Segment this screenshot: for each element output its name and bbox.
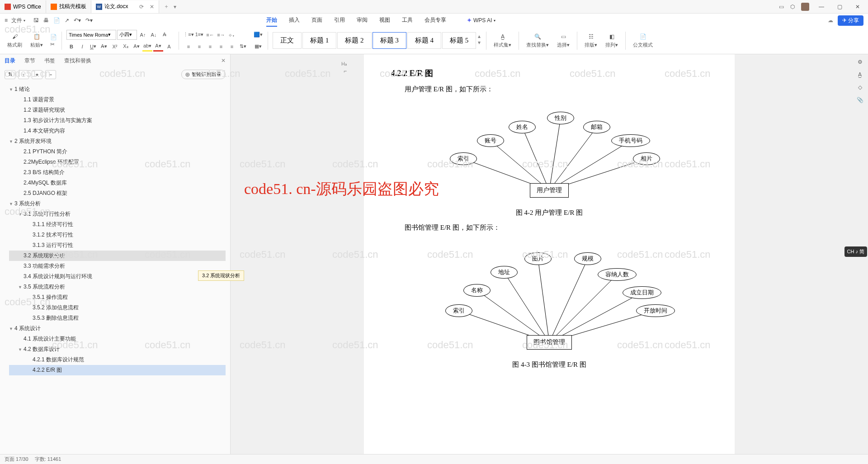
distribute-button[interactable]: ≡ [227, 42, 237, 52]
toc-item[interactable]: ▼3.5 系统流程分析 [9, 282, 226, 292]
toc-item[interactable]: 3.5.1 操作流程 [9, 292, 226, 303]
toc-item[interactable]: 3.2 系统现状分析 [9, 251, 226, 261]
tab-reference[interactable]: 引用 [334, 14, 345, 27]
app-tab-template[interactable]: 找稿壳模板 [46, 0, 91, 13]
print-preview-icon[interactable]: 📄 [53, 17, 60, 24]
font-name-select[interactable]: Times New Roma▾ [66, 30, 116, 40]
highlight-button[interactable]: ab▾ [142, 42, 152, 52]
toc-item[interactable]: 3.4 系统设计规则与运行环境 [9, 271, 226, 282]
collapse-toggle-button[interactable]: ⇅ [5, 70, 15, 79]
tab-tools[interactable]: 工具 [402, 14, 413, 27]
bold-button[interactable]: B [66, 42, 76, 52]
tab-page[interactable]: 页面 [311, 14, 322, 27]
subscript-button[interactable]: X₂ [121, 42, 131, 52]
toc-item[interactable]: 4.2.2 E/R 图 [9, 365, 226, 375]
toc-item[interactable]: ▼1 绪论 [9, 84, 226, 95]
document-area[interactable]: H₃ ⌐ 4.2.2 E/R 图 用户管理 E/R 图，如下所示： 索引 账号 … [231, 54, 868, 455]
paste-group[interactable]: 📋 粘贴▾ [28, 33, 46, 48]
toc-item[interactable]: 1.1 课题背景 [9, 95, 226, 105]
save-icon[interactable]: 🖫 [33, 17, 39, 24]
promote-button[interactable]: ↑ [18, 70, 29, 79]
font-color-button[interactable]: A▾ [153, 42, 163, 52]
avatar-icon[interactable] [801, 3, 809, 11]
style-h4[interactable]: 标题 4 [407, 32, 441, 49]
toc-item[interactable]: 4.1 系统设计主要功能 [9, 334, 226, 344]
tab-dropdown-icon[interactable]: ▾ [174, 4, 176, 10]
ruler-tab-icon[interactable]: ⌐ [344, 68, 347, 74]
status-page[interactable]: 页面 17/30 [5, 456, 28, 463]
toc-item[interactable]: ▼4.2 数据库设计 [9, 344, 226, 355]
side-tab-find[interactable]: 查找和替换 [64, 57, 91, 65]
toc-item[interactable]: ▼3.1 系统可行性分析 [9, 209, 226, 219]
increase-font-icon[interactable]: A↑ [138, 30, 148, 40]
styleset-button[interactable]: A̲样式集▾ [491, 33, 514, 48]
add-tab-button[interactable]: ＋ [159, 3, 174, 10]
style-body[interactable]: 正文 [273, 32, 302, 49]
text-effect-button[interactable]: A▾ [132, 42, 142, 52]
toc-item[interactable]: 3.5.2 添加信息流程 [9, 303, 226, 313]
close-icon[interactable]: ✕ [150, 4, 154, 10]
tab-insert[interactable]: 插入 [289, 14, 300, 27]
print-icon[interactable]: 🖶 [43, 17, 49, 24]
rail-clip-icon[interactable]: 📎 [857, 97, 863, 103]
clear-format-icon[interactable]: A̶ [160, 30, 170, 40]
minimize-button[interactable]: — [816, 4, 827, 10]
export-icon[interactable]: ↗ [65, 17, 69, 24]
align-left-button[interactable]: ≡ [184, 42, 193, 52]
bullet-list-button[interactable]: ⋮≡▾ [184, 30, 193, 40]
tab-view[interactable]: 视图 [379, 14, 390, 27]
ime-badge[interactable]: CH ♪ 简 [844, 246, 868, 257]
toc-item[interactable]: 1.2 课题研究现状 [9, 105, 226, 115]
style-h2[interactable]: 标题 2 [337, 32, 371, 49]
style-h1[interactable]: 标题 1 [302, 32, 336, 49]
status-words[interactable]: 字数: 11461 [35, 456, 61, 463]
add-button[interactable]: + [32, 70, 42, 79]
border-button[interactable]: ▦▾ [253, 42, 263, 52]
close-button[interactable]: ✕ [852, 4, 863, 10]
sort-button[interactable]: ⟐▾ [227, 30, 237, 40]
find-replace-button[interactable]: 🔍查找替换▾ [524, 33, 552, 48]
align-right-button[interactable]: ≡ [205, 42, 215, 52]
rail-style-icon[interactable]: A̲ [858, 71, 862, 78]
cube-icon[interactable]: ⬡ [790, 4, 795, 10]
line-spacing-button[interactable]: ⇅▾ [238, 42, 248, 52]
redo-icon[interactable]: ↷▾ [85, 17, 93, 24]
align-center-button[interactable]: ≡ [194, 42, 204, 52]
toc-item[interactable]: 2.2MyEclipse 环境配置 [9, 157, 226, 167]
wps-ai-button[interactable]: ✦ WPS AI▾ [467, 14, 495, 27]
number-list-button[interactable]: 1≡▾ [194, 30, 204, 40]
increase-indent-button[interactable]: ≡→ [216, 30, 226, 40]
shading-button[interactable]: 🟦▾ [253, 30, 263, 40]
layout-v-button[interactable]: ☷排版▾ [582, 33, 600, 48]
tab-reload-icon[interactable]: ⟳ [139, 4, 144, 10]
window-compact-icon[interactable]: ▭ [779, 4, 784, 10]
underline-button[interactable]: U▾ [88, 42, 98, 52]
toc-item[interactable]: 3.5.3 删除信息流程 [9, 313, 226, 323]
toc-item[interactable]: 2.1 PYTHON 简介 [9, 147, 226, 157]
sidebar-close-icon[interactable]: ✕ [221, 57, 226, 64]
tab-member[interactable]: 会员专享 [425, 14, 446, 27]
toc-item[interactable]: 3.1.2 技术可行性 [9, 230, 226, 240]
rail-settings-icon[interactable]: ⚙ [858, 59, 863, 65]
smart-toc-button[interactable]: ◎智能识别目录 [181, 70, 226, 79]
share-button[interactable]: ✈ 分享 [838, 15, 863, 26]
superscript-button[interactable]: X² [110, 42, 120, 52]
cut-icon[interactable]: ✂ [50, 41, 57, 47]
select-button[interactable]: ▭选择▾ [554, 33, 572, 48]
toc-item[interactable]: 4.2.1 数据库设计规范 [9, 355, 226, 365]
font-size-select[interactable]: 小四▾ [117, 30, 137, 40]
cloud-icon[interactable]: ☁ [828, 17, 833, 24]
side-tab-bookmark[interactable]: 书签 [44, 57, 55, 65]
toc-item[interactable]: ▼4 系统设计 [9, 323, 226, 334]
maximize-button[interactable]: ▢ [834, 4, 845, 10]
rail-shape-icon[interactable]: ◇ [858, 84, 862, 90]
toc-item[interactable]: ▼3 系统分析 [9, 199, 226, 209]
side-tab-toc[interactable]: 目录 [5, 57, 15, 65]
copy-icon[interactable]: 📄 [50, 34, 57, 40]
format-painter-group[interactable]: 🖌 格式刷 [5, 33, 25, 48]
strike-button[interactable]: A̶▾ [99, 42, 109, 52]
toc-item[interactable]: ▼2 系统开发环境 [9, 136, 226, 147]
decrease-font-icon[interactable]: A↓ [149, 30, 159, 40]
app-tab-document[interactable]: W 论文.docx ⟳ ✕ [91, 0, 160, 13]
style-up-icon[interactable]: ▴ [478, 33, 481, 39]
